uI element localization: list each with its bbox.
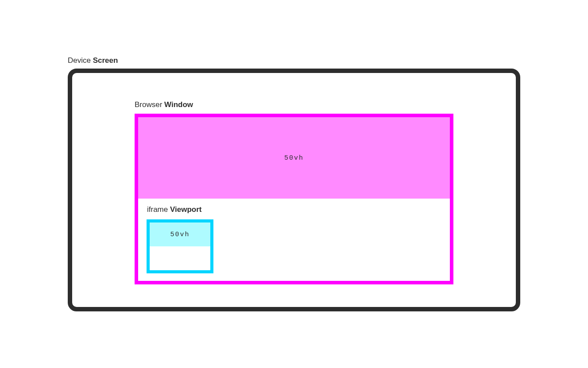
browser-window-label: Browser Window	[135, 100, 193, 109]
iframe-viewport-fill: 50vh	[150, 222, 210, 246]
iframe-viewport-label-prefix: iframe	[147, 205, 170, 214]
device-screen-label: Device Screen	[68, 56, 520, 65]
vh-label-small: 50vh	[170, 231, 190, 238]
device-screen-label-bold: Screen	[93, 56, 118, 65]
diagram-container: Device Screen Browser Window 50vh iframe…	[68, 56, 520, 311]
device-screen-label-prefix: Device	[68, 56, 93, 65]
browser-window-label-bold: Window	[164, 100, 193, 109]
iframe-viewport-label: iframe Viewport	[147, 205, 201, 214]
vh-label-large: 50vh	[284, 154, 304, 162]
browser-window-box: 50vh iframe Viewport 50vh	[135, 114, 453, 284]
iframe-viewport-box: 50vh	[147, 219, 213, 273]
iframe-viewport-label-bold: Viewport	[170, 205, 201, 214]
browser-window-fill: 50vh	[138, 117, 450, 199]
browser-window-label-prefix: Browser	[135, 100, 164, 109]
device-screen-box: Browser Window 50vh iframe Viewport 50vh	[68, 69, 520, 311]
